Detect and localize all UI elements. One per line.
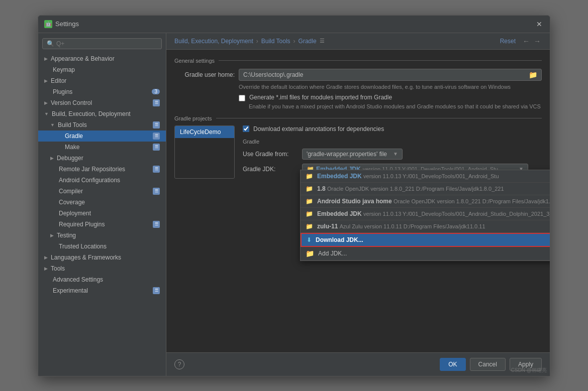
breadcrumb-sep-1: › <box>256 38 258 45</box>
jdk-name: Embedded JDK version 11.0.13 Y:/001_Deve… <box>317 210 550 217</box>
download-annotations-checkbox[interactable] <box>243 125 249 132</box>
folder-icon: 📁 <box>306 223 313 230</box>
generate-iml-hint: Enable if you have a mixed project with … <box>249 103 542 109</box>
settings-icon: ☰ <box>153 121 160 128</box>
sidebar-item-android-config[interactable]: Android Configurations <box>38 175 166 186</box>
use-gradle-from-value: 'gradle-wrapper.properties' file <box>307 151 387 158</box>
sidebar-item-label: Keymap <box>53 66 75 73</box>
sidebar-item-debugger[interactable]: ▶ Debugger <box>38 153 166 164</box>
app-icon: 🤖 <box>44 20 52 28</box>
jdk-dropdown-menu: 📁 Embedded JDK version 11.0.13 Y:/001_De… <box>300 170 550 261</box>
breadcrumb: Build, Execution, Deployment › Build Too… <box>166 33 550 50</box>
forward-button[interactable]: → <box>533 37 542 45</box>
gradle-user-home-value: C:\Users\octop\.gradle <box>243 71 303 78</box>
sidebar-item-label: Trusted Locations <box>59 243 107 250</box>
jdk-item-18[interactable]: 📁 1.8 Oracle OpenJDK version 1.8.0_221 D… <box>301 183 550 195</box>
sidebar-item-label: Deployment <box>59 210 91 217</box>
jdk-item-as-home[interactable]: 📁 Android Studio java home Oracle OpenJD… <box>301 195 550 208</box>
general-settings-label: General settings <box>174 58 215 64</box>
sidebar-item-deployment[interactable]: Deployment <box>38 208 166 219</box>
content-area: Build, Execution, Deployment › Build Too… <box>166 33 550 376</box>
breadcrumb-settings-icon: ☰ <box>320 38 325 44</box>
sidebar-item-plugins[interactable]: Plugins 3 <box>38 86 166 97</box>
sidebar-item-appearance-behavior[interactable]: ▶ Appearance & Behavior <box>38 53 166 64</box>
settings-icon: ☰ <box>153 188 160 195</box>
help-button[interactable]: ? <box>174 359 184 369</box>
sidebar-item-tools[interactable]: ▶ Tools <box>38 263 166 274</box>
cancel-button[interactable]: Cancel <box>470 358 506 371</box>
dropdown-arrow-icon: ▼ <box>393 151 398 157</box>
sidebar-item-editor[interactable]: ▶ Editor <box>38 75 166 86</box>
sidebar-item-build-tools[interactable]: ▼ Build Tools ☰ <box>38 119 166 131</box>
close-button[interactable]: ✕ <box>535 20 544 29</box>
jdk-name: Embedded JDK version 11.0.13 Y:/001_Deve… <box>317 173 499 180</box>
sidebar-item-compiler[interactable]: Compiler ☰ <box>38 186 166 197</box>
settings-dialog: 🤖 Settings ✕ 🔍 ▶ Appearance & Behavior K… <box>38 15 550 376</box>
folder-icon: 📁 <box>306 198 313 205</box>
sidebar-item-make[interactable]: Make ☰ <box>38 142 166 153</box>
gradle-jdk-label: Gradle JDK: <box>243 166 298 173</box>
sidebar-item-label: Remote Jar Repositories <box>59 166 125 173</box>
sidebar-item-label: Appearance & Behavior <box>51 55 115 62</box>
breadcrumb-item-build-tools[interactable]: Build Tools <box>261 38 290 45</box>
sidebar-item-label: Coverage <box>59 199 85 206</box>
expand-icon: ▶ <box>44 100 48 105</box>
download-annotations-row: Download external annotations for depend… <box>243 125 542 133</box>
jdk-item-embedded2[interactable]: 📁 Embedded JDK version 11.0.13 Y:/001_De… <box>301 208 550 220</box>
plugins-badge: 3 <box>152 89 160 94</box>
main-content: 🔍 ▶ Appearance & Behavior Keymap ▶ Edito… <box>38 33 550 376</box>
sidebar: 🔍 ▶ Appearance & Behavior Keymap ▶ Edito… <box>38 33 166 376</box>
sidebar-item-languages[interactable]: ▶ Languages & Frameworks <box>38 252 166 263</box>
expand-icon: ▶ <box>50 233 54 238</box>
jdk-item-download[interactable]: ⬇ Download JDK... <box>301 233 550 247</box>
download-jdk-label: Download JDK... <box>316 236 363 243</box>
search-icon: 🔍 <box>47 40 54 47</box>
folder-browse-icon[interactable]: 📁 <box>529 71 537 79</box>
jdk-name: Android Studio java home Oracle OpenJDK … <box>317 198 550 205</box>
sidebar-item-label: Tools <box>51 265 65 272</box>
sidebar-item-label: Experimental <box>53 287 88 294</box>
gradle-user-home-input[interactable]: C:\Users\octop\.gradle 📁 <box>239 69 542 81</box>
back-button[interactable]: ← <box>522 37 531 45</box>
gradle-sub-header: Gradle <box>243 139 542 145</box>
search-box[interactable]: 🔍 <box>42 38 162 49</box>
sidebar-item-remote-jar[interactable]: Remote Jar Repositories ☰ <box>38 164 166 175</box>
sidebar-item-coverage[interactable]: Coverage <box>38 197 166 208</box>
generate-iml-label: Generate *.iml files for modules importe… <box>249 94 392 101</box>
use-gradle-from-label: Use Gradle from: <box>243 151 298 158</box>
sidebar-item-label: Make <box>65 144 79 151</box>
gradle-right-panel: Download external annotations for depend… <box>243 125 542 179</box>
use-gradle-from-dropdown[interactable]: 'gradle-wrapper.properties' file ▼ <box>302 149 403 160</box>
project-item-lifecycle[interactable]: LifeCycleDemo <box>175 126 234 138</box>
settings-icon: ☰ <box>153 221 160 228</box>
generate-iml-checkbox[interactable] <box>239 95 245 101</box>
sidebar-item-label: Build, Execution, Deployment <box>52 110 131 117</box>
sidebar-item-experimental[interactable]: Experimental ☰ <box>38 285 166 296</box>
jdk-item-embedded1[interactable]: 📁 Embedded JDK version 11.0.13 Y:/001_De… <box>301 170 550 183</box>
titlebar-left: 🤖 Settings <box>44 20 79 28</box>
settings-icon: ☰ <box>153 99 160 106</box>
folder-icon: 📁 <box>306 185 313 192</box>
jdk-item-add[interactable]: 📁 Add JDK... <box>301 247 550 260</box>
sidebar-item-advanced-settings[interactable]: Advanced Settings <box>38 274 166 285</box>
breadcrumb-sep-2: › <box>293 38 296 45</box>
sidebar-item-gradle[interactable]: Gradle ☰ <box>38 131 166 142</box>
breadcrumb-item-build[interactable]: Build, Execution, Deployment <box>174 38 253 45</box>
sidebar-item-build-exec[interactable]: ▼ Build, Execution, Deployment <box>38 108 166 119</box>
sidebar-item-required-plugins[interactable]: Required Plugins ☰ <box>38 219 166 230</box>
gradle-user-home-row: Gradle user home: C:\Users\octop\.gradle… <box>174 69 542 81</box>
project-list: LifeCycleDemo <box>174 125 235 179</box>
search-input[interactable] <box>56 40 157 47</box>
reset-link[interactable]: Reset <box>500 38 516 45</box>
ok-button[interactable]: OK <box>440 358 465 371</box>
settings-icon: ☰ <box>153 166 160 173</box>
breadcrumb-item-gradle[interactable]: Gradle <box>299 38 317 45</box>
sidebar-item-trusted-locations[interactable]: Trusted Locations <box>38 241 166 252</box>
sidebar-item-label: Android Configurations <box>59 177 120 184</box>
jdk-item-zulu11[interactable]: 📁 zulu-11 Azul Zulu version 11.0.11 D:/P… <box>301 220 550 233</box>
sidebar-item-label: Version Control <box>51 99 92 106</box>
sidebar-item-keymap[interactable]: Keymap <box>38 64 166 75</box>
sidebar-item-testing[interactable]: ▶ Testing <box>38 230 166 241</box>
sidebar-item-version-control[interactable]: ▶ Version Control ☰ <box>38 97 166 108</box>
bottom-bar: ? OK Cancel Apply <box>166 352 550 376</box>
